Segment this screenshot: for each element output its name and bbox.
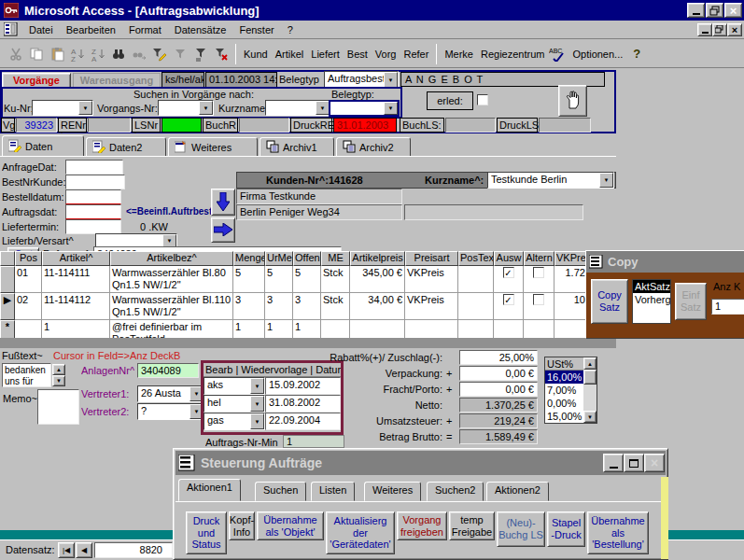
- cell-artikelbez[interactable]: Warmwasserzähler Bl.80Qn1.5 NW/1/2": [110, 266, 233, 293]
- cell-ausw[interactable]: ✓: [494, 293, 524, 320]
- col-ausw[interactable]: Ausw: [494, 251, 524, 266]
- previous-record-button[interactable]: ◀: [76, 542, 92, 558]
- spinner-down-icon[interactable]: ▼: [52, 375, 65, 386]
- anlagennr-field[interactable]: 3404089: [137, 363, 199, 378]
- anz-field[interactable]: 1: [711, 299, 744, 315]
- chevron-down-icon[interactable]: ▼: [250, 396, 264, 412]
- list-item-vorhergsatz[interactable]: VorhergSa: [633, 293, 670, 306]
- menu-bearbeiten[interactable]: Bearbeiten: [60, 22, 122, 37]
- memo-field[interactable]: [37, 389, 79, 425]
- mdi-minimize-button[interactable]: [697, 23, 712, 36]
- druck-und-status-button[interactable]: Druck und Status: [186, 511, 227, 554]
- goto-customer-button[interactable]: [211, 189, 235, 216]
- tab-suchen2[interactable]: Suchen2: [427, 482, 484, 501]
- cut-icon[interactable]: [7, 45, 25, 63]
- toolbar-merke-button[interactable]: Merke: [441, 47, 477, 62]
- kurzname-dropdown[interactable]: ▼: [265, 100, 330, 116]
- goto-detail-button[interactable]: [211, 217, 235, 243]
- cell-urmen[interactable]: 3: [265, 293, 293, 320]
- uebernahme-bestellung-button[interactable]: Übernahme als 'Bestellung': [587, 511, 649, 554]
- neu-buchg-ls-button[interactable]: (Neu)-Buchg LS: [497, 511, 545, 547]
- scroll-down-icon[interactable]: ▼: [583, 411, 597, 423]
- tab-vorgaenge[interactable]: Vorgänge: [2, 73, 71, 89]
- filter-icon[interactable]: [171, 45, 190, 63]
- toolbar-artikel-button[interactable]: Artikel: [272, 47, 308, 62]
- vorgangsnr-dropdown[interactable]: ▼: [158, 100, 214, 116]
- list-item-aktsatz[interactable]: AktSatz: [633, 280, 670, 293]
- menu-fenster[interactable]: Fenster: [232, 22, 280, 37]
- cell-artikel[interactable]: 11-114111: [42, 266, 110, 293]
- tab-weiteres[interactable]: Weiteres: [168, 137, 258, 157]
- close-button[interactable]: ×: [644, 454, 665, 472]
- close-button[interactable]: ×: [724, 3, 742, 18]
- ust-item[interactable]: 7,00%: [545, 384, 583, 397]
- paste-icon[interactable]: [48, 45, 66, 63]
- verpackung-field[interactable]: 0,00 €: [459, 366, 538, 381]
- toolbar-regiezentrum-button[interactable]: Regiezentrum: [477, 47, 548, 62]
- aktualisierg-geraetedaten-button[interactable]: Aktualisierg der 'Gerätedaten': [326, 511, 395, 554]
- cell-urmen[interactable]: 5: [265, 266, 293, 293]
- tab-archiv1[interactable]: Archiv1: [260, 137, 334, 157]
- cell-pos[interactable]: 02: [15, 293, 42, 320]
- col-preisart[interactable]: Preisart: [405, 251, 458, 266]
- rabatt-field[interactable]: 25,00%: [459, 350, 538, 365]
- cell-me[interactable]: Stck: [321, 266, 350, 293]
- uebernahme-objekt-button[interactable]: Übernahme als 'Objekt': [257, 511, 324, 540]
- anfragedat-field[interactable]: [65, 160, 123, 175]
- cell-preisart[interactable]: VKPreis: [405, 266, 458, 293]
- ausw-checkbox[interactable]: ✓: [503, 294, 514, 305]
- tab-aktionen1[interactable]: Aktionen1: [178, 479, 241, 501]
- copy-title-bar[interactable]: Copy: [586, 251, 744, 273]
- kurzname-value-dropdown[interactable]: Testkunde Berlin▼: [487, 172, 614, 189]
- record-number-field[interactable]: 8820: [94, 542, 173, 558]
- minimize-button[interactable]: [603, 454, 624, 472]
- mdi-restore-button[interactable]: [712, 23, 727, 36]
- cell-me[interactable]: Stck: [321, 293, 350, 320]
- altern-checkbox[interactable]: [533, 267, 544, 278]
- scroll-up-icon[interactable]: ▲: [583, 357, 597, 370]
- vorgang-freigeben-button[interactable]: Vorgang freigeben: [397, 511, 447, 540]
- ust-item[interactable]: 15,00%: [545, 410, 583, 423]
- firma-field[interactable]: Firma Testkunde: [236, 189, 402, 204]
- tab-suchen[interactable]: Suchen: [255, 482, 306, 501]
- find-next-icon[interactable]: [130, 45, 148, 63]
- chevron-down-icon[interactable]: ▼: [384, 72, 398, 88]
- current-row-marker[interactable]: ▶: [0, 293, 15, 320]
- hand-button[interactable]: [558, 85, 587, 117]
- steuerung-title-bar[interactable]: Steuerung Aufträge ×: [175, 451, 666, 475]
- temp-freigabe-button[interactable]: temp Freigabe: [449, 511, 495, 540]
- bestnrkunde-field[interactable]: [65, 175, 125, 189]
- vertreter2-dropdown[interactable]: ?▼: [137, 403, 204, 420]
- help-icon[interactable]: ?: [627, 45, 646, 63]
- chevron-down-icon[interactable]: ▼: [250, 413, 264, 429]
- fusstext-textarea[interactable]: bedanken uns für den: [2, 363, 51, 387]
- find-icon[interactable]: [109, 45, 128, 63]
- toolbar-best-button[interactable]: Best: [344, 47, 372, 62]
- kopf-info-button[interactable]: Kopf-Info: [229, 511, 255, 540]
- sort-descending-icon[interactable]: ZA: [89, 45, 107, 63]
- ust-scrollbar[interactable]: ▲ ▼: [583, 357, 597, 423]
- row-selector[interactable]: [0, 266, 15, 293]
- menu-datensaetze[interactable]: Datensätze: [168, 22, 233, 37]
- col-artikelpreis[interactable]: Artikelpreis: [350, 251, 405, 266]
- cell-postext[interactable]: [458, 293, 494, 320]
- toolbar-vorg-button[interactable]: Vorg: [372, 47, 400, 62]
- spinner-up-icon[interactable]: ▲: [52, 364, 65, 375]
- tab-archiv2[interactable]: Archiv2: [336, 137, 411, 157]
- belegtyp-dropdown[interactable]: Auftragsbestä▼: [324, 71, 399, 89]
- col-altern[interactable]: Altern: [524, 251, 554, 266]
- toolbar-refer-button[interactable]: Refer: [400, 47, 433, 62]
- ausw-checkbox[interactable]: ✓: [503, 267, 514, 278]
- col-me[interactable]: ME: [321, 251, 350, 266]
- apply-filter-icon[interactable]: [191, 45, 210, 63]
- cell-offen[interactable]: 5: [293, 266, 321, 293]
- fracht-field[interactable]: 0,00 €: [459, 382, 538, 397]
- col-urmen[interactable]: UrMen: [265, 251, 293, 266]
- chevron-down-icon[interactable]: ▼: [78, 101, 92, 115]
- scroll-thumb[interactable]: [583, 370, 597, 385]
- tab-aktionen2[interactable]: Aktionen2: [486, 482, 549, 501]
- sort-ascending-icon[interactable]: AZ: [68, 45, 87, 63]
- col-menge[interactable]: Menge: [233, 251, 265, 266]
- copy-icon[interactable]: [27, 45, 46, 63]
- first-record-button[interactable]: |◀: [58, 542, 75, 558]
